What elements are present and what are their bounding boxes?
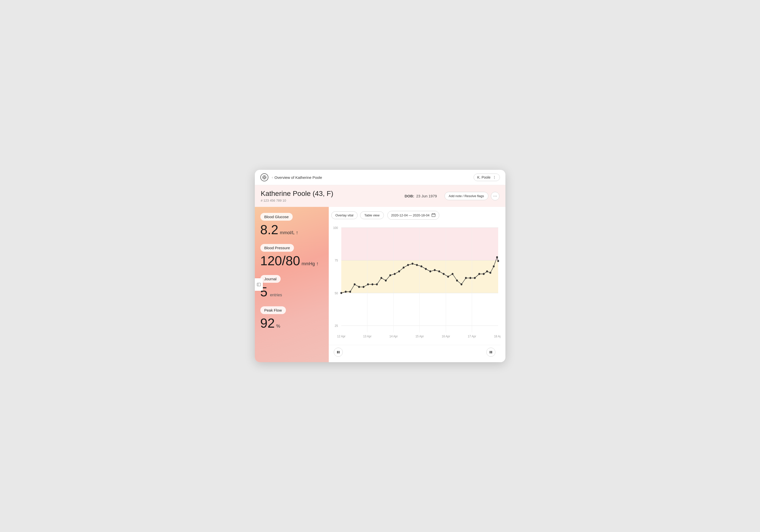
patient-dob: DOB: 23 Jun 1979 [405, 194, 437, 198]
data-dot [358, 286, 360, 288]
data-dot [371, 283, 373, 285]
data-dot [403, 267, 404, 269]
data-dot [443, 273, 444, 275]
svg-rect-33 [339, 351, 340, 353]
patient-more-button[interactable]: ⋯ [491, 192, 499, 200]
data-dot [380, 277, 382, 279]
peak-flow-number: 92 [261, 316, 275, 331]
date-range-text: 2020-12-04 — 2020-18-04 [391, 213, 430, 217]
svg-text:18 Apr: 18 Apr [494, 334, 500, 338]
blood-glucose-badge[interactable]: Blood Glucose [261, 213, 293, 221]
app-logo[interactable] [261, 173, 268, 181]
blood-pressure-value: 120/80 mmHg ↑ [261, 254, 323, 268]
right-pause-button[interactable] [486, 348, 496, 357]
svg-text:17 Apr: 17 Apr [468, 334, 476, 338]
data-dot [478, 273, 480, 275]
metric-block-blood-pressure: Blood Pressure 120/80 mmHg ↑ [261, 244, 323, 268]
blood-glucose-number: 8.2 [261, 223, 278, 237]
calendar-icon [432, 213, 436, 218]
table-view-button[interactable]: Table view [360, 211, 384, 219]
patient-info: Katherine Poole (43, F) # 123 456 789 10 [261, 190, 397, 202]
breadcrumb-text[interactable]: Overview of Katherine Poole [274, 175, 322, 180]
user-badge[interactable]: K. Poole ⋮ [474, 174, 500, 181]
data-dot [398, 271, 400, 273]
peak-flow-value: 92 % [261, 316, 323, 331]
journal-sub: entries [270, 293, 282, 297]
blood-pressure-number: 120/80 [261, 254, 300, 268]
svg-rect-6 [257, 283, 261, 286]
blood-glucose-unit: mmol/L ↑ [280, 230, 298, 236]
data-dot [483, 273, 484, 275]
data-dot [493, 265, 495, 267]
add-note-button[interactable]: Add note / Resolve flags [445, 192, 488, 200]
overlay-vital-button[interactable]: Overlay vital [331, 211, 358, 219]
data-dot [416, 264, 418, 266]
svg-text:100: 100 [333, 226, 338, 230]
chart-wrapper: 100 75 50 25 12 Apr 13 Apr 14 Apr 15 Apr… [331, 223, 500, 345]
journal-badge[interactable]: Journal [261, 275, 281, 283]
svg-text:75: 75 [335, 259, 338, 262]
dob-label: DOB: [405, 194, 414, 198]
journal-value: 5 entries [261, 285, 323, 299]
breadcrumb: ‹ Overview of Katherine Poole [272, 175, 474, 180]
data-dot [465, 277, 467, 279]
svg-text:15 Apr: 15 Apr [415, 334, 423, 338]
svg-point-1 [263, 177, 265, 178]
data-dot [362, 286, 364, 288]
data-dot [497, 260, 499, 262]
patient-header: Katherine Poole (43, F) # 123 456 789 10… [255, 185, 505, 207]
data-dot [434, 269, 436, 271]
data-dot [354, 283, 355, 285]
svg-text:16 Apr: 16 Apr [442, 334, 450, 338]
app-window: ‹ Overview of Katherine Poole K. Poole ⋮… [255, 170, 505, 362]
back-chevron-icon[interactable]: ‹ [272, 175, 273, 179]
blood-pressure-badge[interactable]: Blood Pressure [261, 244, 294, 252]
date-range-picker[interactable]: 2020-12-04 — 2020-18-04 [387, 211, 439, 220]
peak-flow-badge[interactable]: Peak Flow [261, 306, 286, 314]
data-dot [460, 283, 462, 285]
data-dot [345, 291, 347, 293]
data-dot [429, 271, 431, 273]
svg-text:50: 50 [335, 291, 338, 295]
data-dot [474, 277, 476, 279]
user-badge-more-icon: ⋮ [493, 175, 496, 179]
svg-rect-35 [491, 351, 492, 353]
data-dot [376, 283, 378, 285]
data-dot [394, 273, 396, 275]
chart-controls: Overlay vital Table view 2020-12-04 — 20… [329, 211, 500, 223]
metric-block-peak-flow: Peak Flow 92 % [261, 306, 323, 331]
svg-rect-34 [490, 351, 491, 353]
svg-rect-32 [337, 351, 338, 353]
chart-area: Overlay vital Table view 2020-12-04 — 20… [329, 207, 505, 362]
peak-flow-unit: % [276, 324, 280, 329]
metric-block-journal: Journal 5 entries [261, 275, 323, 299]
data-dot [447, 276, 449, 278]
dob-value: 23 Jun 1979 [416, 194, 437, 198]
svg-text:13 Apr: 13 Apr [363, 334, 371, 338]
sidebar: Blood Glucose 8.2 mmol/L ↑ Blood Pressur… [255, 207, 329, 362]
data-dot [420, 265, 422, 267]
main-content: Blood Glucose 8.2 mmol/L ↑ Blood Pressur… [255, 207, 505, 362]
data-dot [469, 277, 471, 279]
data-dot [367, 283, 369, 285]
data-dot [438, 271, 440, 273]
patient-id: # 123 456 789 10 [261, 199, 397, 202]
patient-actions: Add note / Resolve flags ⋯ [445, 192, 499, 200]
data-dot [349, 291, 351, 293]
metric-block-blood-glucose: Blood Glucose 8.2 mmol/L ↑ [261, 213, 323, 237]
blood-pressure-unit: mmHg ↑ [302, 261, 319, 267]
bottom-controls [329, 345, 500, 359]
data-dot [451, 273, 453, 275]
data-dot [411, 263, 413, 265]
left-pause-button[interactable] [334, 348, 343, 357]
sidebar-toggle-icon[interactable] [255, 278, 263, 291]
data-dot [425, 268, 426, 270]
patient-name: Katherine Poole (43, F) [261, 190, 397, 198]
svg-rect-8 [432, 214, 435, 217]
user-badge-label: K. Poole [477, 175, 491, 179]
data-dot [489, 272, 491, 274]
nav-bar: ‹ Overview of Katherine Poole K. Poole ⋮ [255, 170, 505, 185]
data-dot [340, 292, 342, 294]
svg-text:25: 25 [335, 324, 338, 328]
svg-text:12 Apr: 12 Apr [337, 334, 345, 338]
